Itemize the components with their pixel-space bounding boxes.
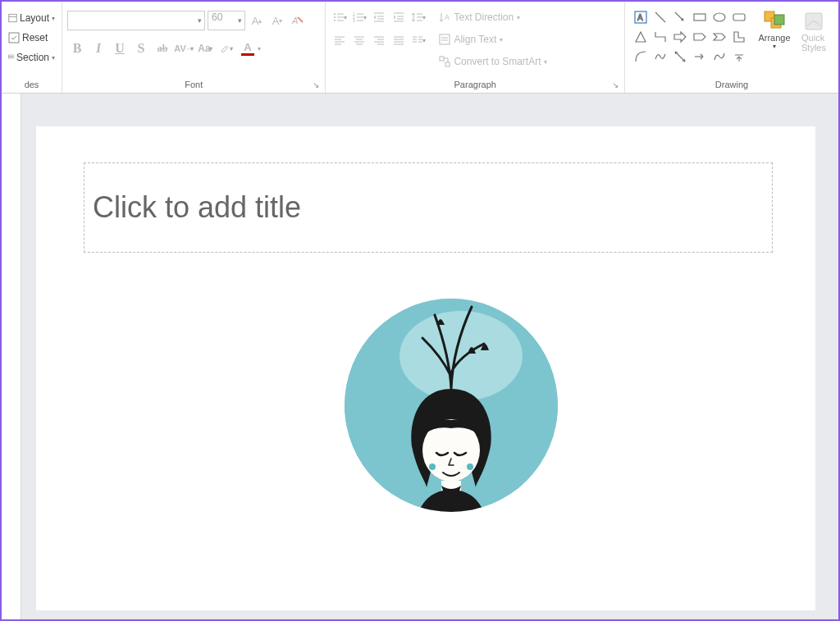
layout-icon [8,12,17,24]
font-group: ▾ 60 ▾ A▴ A▾ A B I U S ab AV [62,2,326,93]
drawing-buttons: Arrange ▾ Quick Styles [755,5,833,56]
justify-button[interactable] [390,31,408,49]
drawing-group-label: Drawing [630,78,833,91]
slide[interactable]: Click to add title [36,126,815,610]
paragraph-dialog-launcher[interactable]: ↘ [612,80,622,90]
arrange-icon [763,10,786,33]
chevron-down-icon: ▾ [517,14,520,21]
align-center-button[interactable] [350,31,368,49]
shapes-gallery[interactable]: A [630,5,750,69]
paragraph-body: ▾ 123▾ ▾ ▾ A Text Direction [331,5,619,78]
slide-image[interactable] [345,299,558,512]
align-left-icon [333,34,346,47]
layout-button[interactable]: Layout ▾ [7,10,57,26]
chevron-down-icon: ▾ [198,16,202,25]
font-size-value: 60 [212,11,222,23]
clear-formatting-button[interactable]: A [289,11,307,30]
svg-point-74 [429,463,436,470]
chevron-down-icon: ▾ [500,36,503,43]
title-placeholder[interactable]: Click to add title [84,162,773,253]
align-left-button[interactable] [331,31,349,49]
svg-point-75 [467,463,473,470]
shape-rectangle[interactable] [691,8,709,26]
decrease-font-size-button[interactable]: A▾ [268,11,286,30]
paragraph-right-col: A Text Direction ▾ Align Text ▾ Convert … [439,5,547,71]
quick-styles-icon [802,10,825,33]
shape-arc[interactable] [632,48,650,66]
underline-button[interactable]: U [110,39,130,57]
increase-font-size-button[interactable]: A▴ [248,11,266,30]
svg-point-72 [399,311,523,401]
smartart-icon [439,56,450,67]
shape-block-arrow-right[interactable] [671,28,689,46]
shadow-button[interactable]: S [131,39,151,57]
chevron-down-icon: ▾ [230,45,233,53]
shape-textbox[interactable]: A [632,8,650,26]
align-center-icon [353,34,366,47]
reset-button[interactable]: Reset [7,30,57,46]
shape-connector-arrow[interactable] [691,48,709,66]
convert-smartart-button[interactable]: Convert to SmartArt ▾ [439,53,547,71]
font-color-button[interactable]: A [238,39,258,57]
font-name-combo[interactable]: ▾ [67,11,205,30]
font-group-label: Font [67,78,320,91]
svg-point-62 [714,13,725,21]
line-spacing-button[interactable]: ▾ [409,8,427,26]
font-row-1: ▾ 60 ▾ A▴ A▾ A [67,8,320,33]
ribbon: Layout ▾ Reset Section ▾ des ▾ [2,2,838,94]
shape-pentagon-arrow[interactable] [691,28,709,46]
shape-curve[interactable] [651,48,669,66]
increase-indent-button[interactable] [390,8,408,26]
section-label: Section [16,52,49,63]
reset-label: Reset [22,32,48,43]
columns-button[interactable]: ▾ [409,31,427,49]
quick-styles-button[interactable]: Quick Styles [794,7,833,56]
align-right-button[interactable] [370,31,388,49]
section-button[interactable]: Section ▾ [7,49,57,66]
shape-l-shape[interactable] [730,28,748,46]
highlight-color-button[interactable]: ▾ [217,39,236,57]
drawing-body: A A [630,5,833,78]
svg-rect-2 [9,33,19,43]
numbering-button[interactable]: 123▾ [350,8,368,26]
chevron-down-icon: ▾ [422,14,426,21]
align-text-label: Align Text [454,34,496,45]
drawing-group: A A [625,2,838,93]
shape-elbow-connector[interactable] [651,28,669,46]
text-direction-button[interactable]: A Text Direction ▾ [439,8,547,26]
character-spacing-button[interactable]: AV ↔ ▾ [174,39,194,57]
layout-label: Layout [20,12,49,24]
chevron-down-icon: ▾ [238,16,242,25]
align-text-button[interactable]: Align Text ▾ [439,30,547,48]
convert-smartart-label: Convert to SmartArt [454,56,541,67]
arrange-label: Arrange [758,33,790,43]
svg-rect-52 [440,34,450,44]
shape-line[interactable] [651,8,669,26]
bullets-button[interactable]: ▾ [331,8,349,26]
reset-icon [8,32,20,43]
shape-rounded-rect[interactable] [730,8,748,26]
shape-double-arrow-line[interactable] [671,48,689,66]
strikethrough-button[interactable]: ab [153,39,172,57]
shape-chevron[interactable] [710,28,728,46]
arrange-button[interactable]: Arrange ▾ [755,7,794,56]
decrease-indent-button[interactable] [370,8,388,26]
align-text-icon [439,34,450,45]
shapes-more-button[interactable] [730,48,748,66]
svg-text:A: A [637,13,643,22]
shape-freeform[interactable] [710,48,728,66]
chevron-down-icon: ▾ [344,14,347,21]
chevron-down-icon: ▾ [422,37,426,44]
font-row-2: B I U S ab AV ↔ ▾ Aa ▾ ▾ [67,36,320,61]
font-dialog-launcher[interactable]: ↘ [313,80,322,90]
bold-button[interactable]: B [67,39,87,57]
shape-oval[interactable] [710,8,728,26]
font-size-combo[interactable]: 60 ▾ [208,11,245,30]
shape-arrow-line[interactable] [671,8,689,26]
chevron-down-icon[interactable]: ▾ [258,45,261,53]
outdent-icon [372,11,386,24]
change-case-button[interactable]: Aa ▾ [195,39,215,57]
shape-triangle[interactable] [632,28,650,46]
italic-button[interactable]: I [89,39,108,57]
svg-point-6 [334,13,336,15]
